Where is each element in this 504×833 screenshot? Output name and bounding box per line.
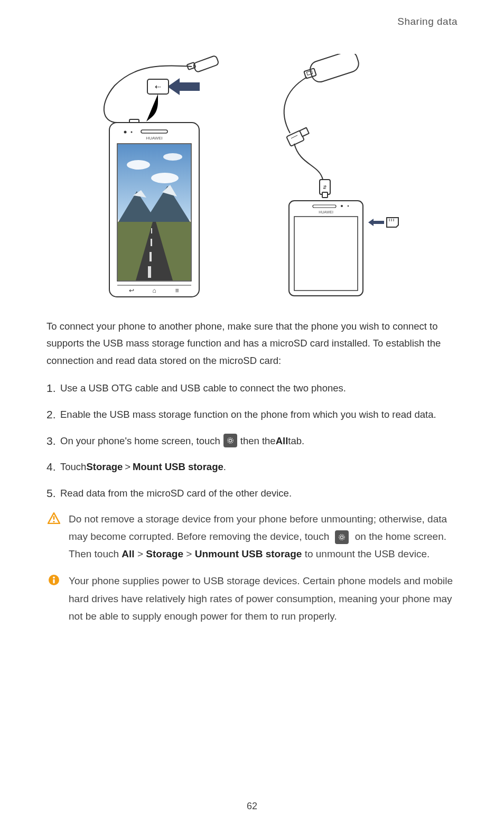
svg-text:↩: ↩ <box>129 287 134 294</box>
svg-point-56 <box>339 535 345 540</box>
svg-marker-50 <box>368 219 374 226</box>
svg-rect-2 <box>180 82 200 91</box>
step-3: 3. On your phone's home screen, touch th… <box>46 432 458 451</box>
svg-rect-25 <box>150 252 152 261</box>
svg-point-57 <box>341 536 343 538</box>
step-number: 3. <box>46 432 58 451</box>
warning-text-bold: Unmount USB storage <box>195 548 302 559</box>
step-4: 4. Touch Storage > Mount USB storage . <box>46 457 458 476</box>
svg-rect-24 <box>151 239 152 246</box>
warning-separator: > <box>137 548 146 559</box>
svg-marker-3 <box>167 78 180 95</box>
info-icon <box>46 574 61 586</box>
info-text: Your phone supplies power to USB storage… <box>69 575 453 622</box>
svg-point-51 <box>228 438 234 444</box>
step-text-part: On your phone's home screen, touch <box>60 433 220 449</box>
step-number: 2. <box>46 405 58 424</box>
step-number: 5. <box>46 484 58 503</box>
svg-text:HUAWEI: HUAWEI <box>146 136 163 141</box>
svg-rect-23 <box>151 228 152 233</box>
breadcrumb-text: Sharing data <box>397 16 458 27</box>
document-page: Sharing data ⇠ <box>0 0 504 833</box>
svg-point-15 <box>127 160 150 170</box>
svg-rect-31 <box>308 54 361 84</box>
warning-text-bold: Storage <box>146 548 183 559</box>
svg-text:⇠: ⇠ <box>155 82 161 91</box>
step-text: Use a USB OTG cable and USB cable to con… <box>60 380 346 396</box>
step-2: 2. Enable the USB mass storage function … <box>46 405 458 424</box>
intro-paragraph: To connect your phone to another phone, … <box>46 318 458 369</box>
warning-note: Do not remove a storage device from your… <box>46 510 458 563</box>
step-text-part: Touch <box>60 458 86 475</box>
step-1: 1. Use a USB OTG cable and USB cable to … <box>46 379 458 398</box>
svg-rect-45 <box>294 217 358 291</box>
step-5: 5. Read data from the microSD card of th… <box>46 484 458 503</box>
step-text-bold: Mount USB storage <box>133 458 223 475</box>
svg-point-17 <box>151 173 179 183</box>
page-number: 62 <box>0 801 504 812</box>
warning-body: Do not remove a storage device from your… <box>69 510 458 563</box>
steps-list: 1. Use a USB OTG cable and USB cable to … <box>46 379 458 502</box>
svg-point-9 <box>124 131 127 134</box>
svg-text:⌂: ⌂ <box>152 287 156 294</box>
step-text-part: then the <box>240 433 276 449</box>
svg-rect-26 <box>148 266 151 278</box>
warning-separator: > <box>186 548 194 559</box>
svg-rect-0 <box>193 55 219 73</box>
svg-point-43 <box>348 205 349 207</box>
svg-line-7 <box>139 87 147 123</box>
page-header: Sharing data <box>46 16 458 27</box>
step-number: 4. <box>46 457 58 476</box>
settings-icon <box>223 434 237 447</box>
step-separator: > <box>125 458 130 475</box>
warning-icon <box>46 512 61 524</box>
step-text-part: . <box>223 458 226 475</box>
step-text: Read data from the microSD card of the o… <box>60 485 292 501</box>
svg-rect-54 <box>53 516 55 520</box>
svg-rect-60 <box>53 579 54 584</box>
svg-text:⇵: ⇵ <box>323 185 327 190</box>
step-text: Enable the USB mass storage function on … <box>60 406 436 423</box>
svg-point-10 <box>131 132 133 133</box>
svg-rect-38 <box>322 192 328 198</box>
svg-point-16 <box>163 153 182 161</box>
svg-text:≡: ≡ <box>175 287 179 294</box>
svg-text:HUAWEI: HUAWEI <box>319 210 333 214</box>
info-note: Your phone supplies power to USB storage… <box>46 572 458 625</box>
svg-rect-32 <box>304 68 316 78</box>
step-text-part: tab. <box>288 433 304 449</box>
illustration-left-phone-otg-usb: ⇠ HUAWEI <box>88 54 231 302</box>
svg-point-55 <box>53 520 54 522</box>
warning-text-part: to unmount the USB device. <box>305 548 430 559</box>
illustration-right-phone-cable-chain: ⇵ HUAWEI <box>263 54 416 302</box>
step-text-bold: Storage <box>86 458 123 475</box>
svg-rect-49 <box>374 221 384 224</box>
warning-text-bold: All <box>122 548 134 559</box>
illustration-row: ⇠ HUAWEI <box>46 54 458 302</box>
settings-icon <box>335 530 349 544</box>
step-text-bold: All <box>276 433 288 449</box>
svg-point-59 <box>53 577 55 579</box>
info-body: Your phone supplies power to USB storage… <box>69 572 458 625</box>
step-number: 1. <box>46 379 58 398</box>
svg-point-42 <box>341 205 343 207</box>
svg-point-52 <box>229 439 231 442</box>
